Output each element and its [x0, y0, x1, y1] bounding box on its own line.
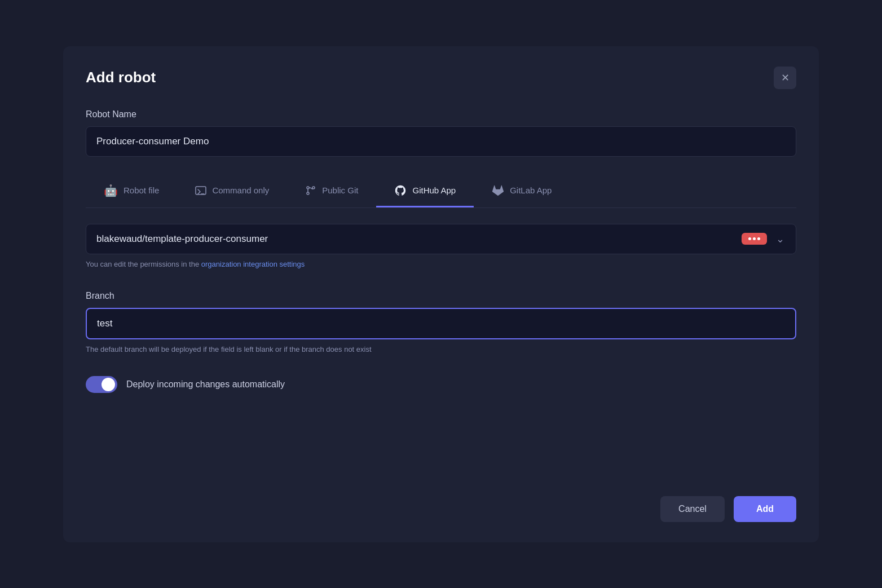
- repo-input[interactable]: [86, 224, 742, 254]
- robot-name-section: Robot Name: [86, 109, 796, 157]
- svg-point-4: [307, 192, 309, 194]
- tab-gitlab-app-label: GitLab App: [510, 185, 552, 195]
- add-robot-dialog: Add robot ✕ Robot Name 🤖 Robot file: [63, 46, 819, 542]
- dialog-title: Add robot: [86, 69, 156, 86]
- robot-name-input[interactable]: [86, 126, 796, 157]
- branch-section: Branch The default branch will be deploy…: [86, 291, 796, 353]
- command-only-icon: [195, 185, 206, 196]
- cancel-button[interactable]: Cancel: [660, 496, 725, 522]
- gitlab-app-icon: [492, 184, 504, 197]
- public-git-icon: [305, 185, 316, 196]
- svg-point-3: [312, 187, 315, 189]
- github-app-icon: [394, 184, 407, 197]
- toggle-slider: [86, 376, 117, 393]
- deploy-toggle[interactable]: [86, 376, 117, 393]
- repo-actions: ⌄: [742, 231, 796, 247]
- permissions-hint: You can edit the permissions in the orga…: [86, 260, 796, 268]
- close-button[interactable]: ✕: [774, 67, 796, 89]
- tabs-row: 🤖 Robot file Command only: [86, 175, 796, 208]
- robot-name-label: Robot Name: [86, 109, 796, 120]
- tabs-section: 🤖 Robot file Command only: [86, 175, 796, 208]
- repo-dropdown-button[interactable]: ⌄: [771, 231, 789, 247]
- tab-robot-file[interactable]: 🤖 Robot file: [86, 175, 177, 208]
- dialog-footer: Cancel Add: [86, 462, 796, 522]
- dots-menu-button[interactable]: [742, 233, 767, 245]
- tab-github-app[interactable]: GitHub App: [376, 175, 474, 207]
- branch-label: Branch: [86, 291, 796, 301]
- tab-github-app-label: GitHub App: [412, 185, 456, 195]
- branch-hint: The default branch will be deployed if t…: [86, 345, 796, 353]
- tab-command-only-label: Command only: [212, 185, 269, 195]
- dialog-header: Add robot ✕: [86, 67, 796, 89]
- branch-input[interactable]: [86, 308, 796, 339]
- deploy-toggle-label: Deploy incoming changes automatically: [126, 379, 285, 390]
- deploy-section: Deploy incoming changes automatically: [86, 376, 796, 393]
- permissions-link[interactable]: organization integration settings: [201, 260, 305, 268]
- svg-rect-0: [196, 187, 206, 194]
- repo-input-row: ⌄: [86, 224, 796, 254]
- tab-public-git[interactable]: Public Git: [287, 176, 376, 207]
- tab-robot-file-label: Robot file: [124, 185, 159, 195]
- add-button[interactable]: Add: [734, 496, 796, 522]
- repo-section: ⌄ You can edit the permissions in the or…: [86, 224, 796, 268]
- tab-gitlab-app[interactable]: GitLab App: [474, 175, 570, 207]
- tab-public-git-label: Public Git: [322, 185, 358, 195]
- svg-point-2: [307, 187, 309, 189]
- robot-file-icon: 🤖: [104, 184, 118, 197]
- tab-command-only[interactable]: Command only: [177, 176, 287, 207]
